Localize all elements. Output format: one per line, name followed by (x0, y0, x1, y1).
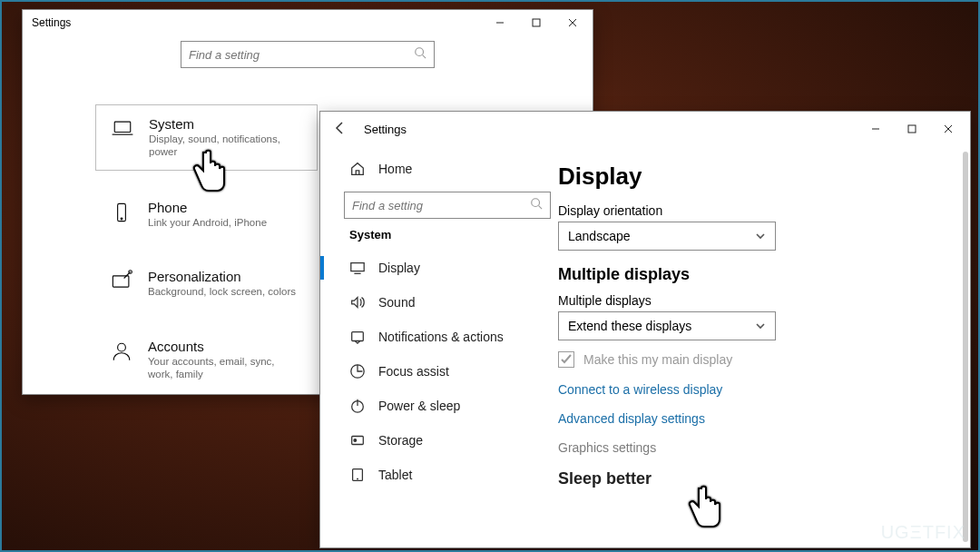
dropdown-value: Extend these displays (568, 319, 691, 333)
focus-icon (349, 363, 366, 380)
close-button[interactable] (554, 10, 591, 35)
minimize-button[interactable] (858, 116, 894, 142)
checkbox-label: Make this my main display (583, 352, 732, 367)
cursor-hand-icon (187, 147, 232, 205)
multidisplays-dropdown[interactable]: Extend these displays (558, 311, 776, 340)
sidebar-item-display[interactable]: Display (344, 251, 544, 285)
power-icon (349, 398, 366, 414)
svg-line-18 (539, 206, 543, 210)
minimize-button[interactable] (482, 10, 518, 35)
sidebar-item-label: Notifications & actions (378, 330, 504, 344)
chevron-down-icon (755, 320, 766, 331)
cursor-hand-icon (682, 483, 728, 541)
category-accounts[interactable]: Accounts Your accounts, email, sync, wor… (95, 328, 318, 392)
home-icon (349, 161, 366, 177)
maximize-button[interactable] (518, 10, 554, 35)
notifications-icon (349, 329, 366, 345)
category-title: System (149, 116, 303, 132)
sidebar-item-label: Display (378, 261, 420, 275)
checkbox-icon (558, 351, 574, 368)
svg-point-12 (118, 343, 126, 351)
titlebar: Settings (23, 10, 593, 35)
sidebar-item-home[interactable]: Home (344, 152, 544, 186)
personalization-icon (108, 269, 135, 294)
window-title: Settings (32, 16, 71, 29)
content-pane: Display Display orientation Landscape Mu… (554, 146, 970, 547)
search-box[interactable] (181, 41, 435, 68)
close-button[interactable] (930, 116, 966, 142)
tablet-icon (349, 467, 366, 483)
display-icon (349, 260, 366, 276)
sleep-heading: Sleep better (558, 469, 945, 488)
phone-icon (108, 200, 135, 225)
sidebar-section-heading: System (349, 228, 544, 242)
watermark: UGΞTFIX (881, 522, 965, 543)
svg-point-9 (121, 218, 122, 220)
search-input[interactable] (189, 48, 426, 62)
svg-line-5 (423, 55, 426, 59)
svg-rect-14 (908, 125, 916, 133)
multidisplays-label: Multiple displays (558, 293, 945, 308)
sidebar-item-label: Home (378, 162, 412, 176)
laptop-icon (109, 116, 136, 142)
sidebar-item-storage[interactable]: Storage (344, 423, 544, 458)
link-advanced-display[interactable]: Advanced display settings (558, 411, 945, 426)
category-desc: Your accounts, email, sync, work, family (148, 356, 302, 381)
page-title: Display (558, 163, 945, 191)
svg-point-4 (416, 48, 424, 56)
category-desc: Link your Android, iPhone (148, 217, 267, 230)
caption-buttons (482, 10, 591, 35)
dropdown-value: Landscape (568, 229, 631, 243)
back-button[interactable] (333, 121, 348, 138)
category-title: Accounts (148, 339, 302, 354)
sidebar-item-label: Focus assist (378, 364, 449, 379)
search-icon (530, 197, 543, 213)
chevron-down-icon (755, 231, 766, 242)
search-input[interactable] (352, 199, 543, 212)
sidebar-item-focus[interactable]: Focus assist (344, 354, 544, 389)
category-personalization[interactable]: Personalization Background, lock screen,… (95, 258, 318, 310)
main-display-checkbox: Make this my main display (558, 351, 945, 368)
caption-buttons (858, 116, 966, 142)
titlebar: Settings (320, 112, 970, 146)
link-wireless-display[interactable]: Connect to a wireless display (558, 382, 945, 397)
accounts-icon (108, 339, 135, 364)
settings-display-window: Settings Home System Display (319, 111, 971, 548)
sidebar-item-power[interactable]: Power & sleep (344, 389, 544, 423)
category-title: Personalization (148, 269, 296, 284)
multidisplays-heading: Multiple displays (558, 265, 945, 284)
storage-icon (349, 432, 366, 448)
orientation-dropdown[interactable]: Landscape (558, 222, 776, 251)
search-icon (414, 46, 426, 63)
svg-rect-1 (533, 19, 540, 26)
svg-point-11 (129, 271, 132, 274)
link-graphics-settings[interactable]: Graphics settings (558, 440, 945, 455)
sidebar-search[interactable] (344, 192, 551, 219)
scrollbar[interactable] (963, 152, 968, 542)
sound-icon (349, 294, 366, 310)
svg-point-17 (532, 199, 540, 207)
sidebar-item-tablet[interactable]: Tablet (344, 458, 544, 492)
sidebar-item-label: Storage (378, 433, 423, 448)
svg-rect-10 (113, 276, 129, 287)
sidebar-item-label: Sound (378, 295, 415, 310)
sidebar-item-label: Power & sleep (378, 399, 460, 413)
category-desc: Background, lock screen, colors (148, 286, 296, 299)
sidebar-item-notifications[interactable]: Notifications & actions (344, 320, 544, 354)
svg-rect-21 (352, 332, 364, 341)
window-title: Settings (364, 123, 407, 136)
sidebar: Home System Display Sound Notifications … (320, 146, 554, 547)
svg-rect-19 (351, 263, 364, 271)
svg-point-25 (354, 439, 357, 442)
maximize-button[interactable] (894, 116, 930, 142)
svg-rect-6 (114, 122, 131, 132)
sidebar-item-label: Tablet (378, 468, 412, 482)
sidebar-item-sound[interactable]: Sound (344, 285, 544, 320)
orientation-label: Display orientation (558, 203, 945, 218)
